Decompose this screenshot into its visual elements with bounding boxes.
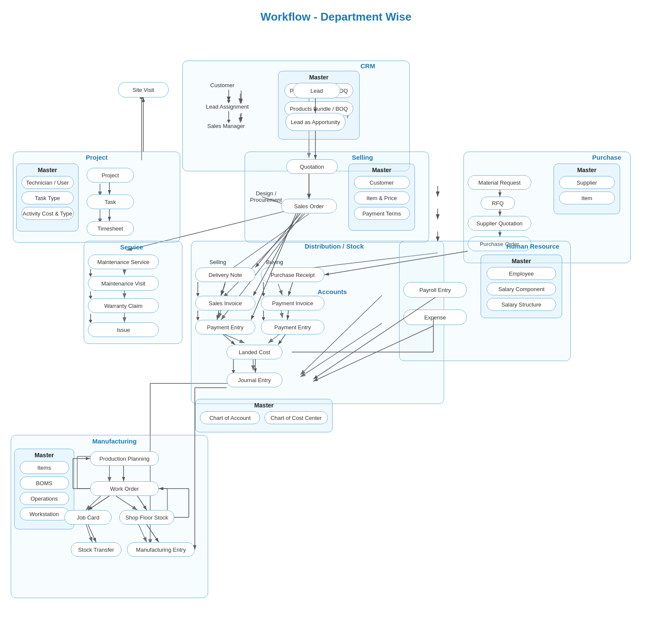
customer-text: Customer (210, 82, 234, 88)
shop-floor-stock-node: Shop Floor Stock (119, 510, 174, 525)
supplier-node: Supplier (559, 176, 615, 189)
salary-structure-node: Salary Structure (487, 298, 556, 311)
expense-node: Expense (403, 310, 467, 325)
sales-invoice-node: Sales Invoice (195, 296, 255, 310)
employee-node: Employee (487, 267, 556, 280)
hr-label: Human Resource (506, 243, 559, 250)
workstation-node: Workstation (20, 507, 69, 520)
manufacturing-label: Manufacturing (92, 437, 136, 445)
master-customer-node: Customer (354, 176, 410, 189)
purchase-label: Purchase (592, 154, 621, 161)
project-master-title: Master (21, 167, 74, 173)
maintenance-visit-node: Maintenance Visit (88, 276, 159, 291)
selling-master-box: Master Customer Item & Price Payment Ter… (348, 164, 415, 231)
design-procurement-text: Design / Procurement (247, 190, 285, 203)
timesheet-node: Timesheet (87, 221, 134, 236)
service-label: Service (120, 243, 143, 251)
selling-sublabel: Selling (209, 259, 226, 265)
accounts-master-title: Master (200, 402, 328, 409)
item-node: Item (559, 191, 615, 204)
sales-order-node: Sales Order (281, 199, 337, 213)
quotation-node: Quotation (286, 159, 338, 174)
task-node: Task (87, 194, 134, 209)
page-title: Workflow - Department Wise (0, 0, 672, 31)
maintenance-service-node: Maintenance Service (88, 255, 159, 269)
hr-master-box: Master Employee Salary Component Salary … (481, 255, 562, 318)
purchase-master-box: Master Supplier Item (554, 164, 620, 214)
svg-marker-45 (227, 100, 230, 103)
lead-node: Lead (293, 83, 340, 98)
accounts-label: Accounts (318, 288, 347, 295)
technician-user-node: Technician / User (21, 176, 74, 189)
job-card-node: Job Card (64, 510, 112, 525)
purchase-master-title: Master (558, 167, 615, 173)
crm-label: CRM (360, 62, 375, 70)
activity-cost-type-node: Activity Cost & Type (21, 207, 74, 220)
buying-sublabel: Buying (266, 259, 283, 265)
sales-manager-text: Sales Manager (207, 123, 245, 129)
hr-master-title: Master (485, 258, 557, 264)
payroll-entry-node: Payroll Entry (403, 282, 467, 298)
payment-entry1-node: Payment Entry (195, 320, 255, 334)
accounts-master-box: Master Chart of Account Chart of Cost Ce… (195, 399, 333, 432)
task-type-node: Task Type (21, 191, 74, 204)
stock-transfer-node: Stock Transfer (71, 542, 121, 557)
project-node: Project (87, 168, 134, 182)
lead-as-opportunity-node: Lead as Apportunity (285, 113, 345, 131)
manufacturing-entry-node: Manufacturing Entry (127, 542, 195, 557)
production-planning-node: Production Planning (90, 451, 159, 466)
distribution-label: Distribution / Stock (305, 243, 364, 250)
project-master-box: Master Technician / User Task Type Activ… (16, 164, 79, 231)
issue-node: Issue (88, 322, 159, 337)
item-price-node: Item & Price (354, 191, 410, 204)
selling-label: Selling (352, 154, 373, 161)
selling-master-title: Master (353, 167, 410, 173)
project-label: Project (86, 154, 108, 161)
journal-entry-node: Journal Entry (227, 373, 282, 387)
rfq-node: RFQ (481, 197, 515, 210)
payment-terms-node: Payment Terms (354, 207, 410, 220)
landed-cost-node: Landed Cost (227, 345, 282, 359)
payment-invoice-node: Payment Invoice (261, 296, 324, 310)
chart-of-account-node: Chart of Account (200, 411, 260, 424)
operations-node: Operations (20, 492, 69, 505)
salary-component-node: Salary Component (487, 283, 556, 295)
chart-of-cost-center-node: Chart of Cost Center (264, 411, 328, 424)
work-order-node: Work Order (90, 481, 159, 496)
items-node: Items (20, 461, 69, 474)
purchase-receipt-node: Purchase Receipt (261, 267, 324, 282)
crm-master-title: Master (283, 74, 355, 81)
boms-node: BOMS (20, 477, 69, 489)
supplier-quotation-node: Supplier Quotation (468, 216, 531, 231)
material-request-node: Material Request (468, 175, 531, 190)
site-visit-node: Site Visit (118, 82, 169, 97)
delivery-note-node: Delivery Note (195, 267, 255, 282)
lead-assignment-text: Lead Assignment (206, 103, 249, 110)
payment-entry2-node: Payment Entry (261, 320, 324, 334)
warranty-claim-node: Warranty Claim (88, 298, 159, 313)
manufacturing-master-title: Master (19, 452, 70, 459)
